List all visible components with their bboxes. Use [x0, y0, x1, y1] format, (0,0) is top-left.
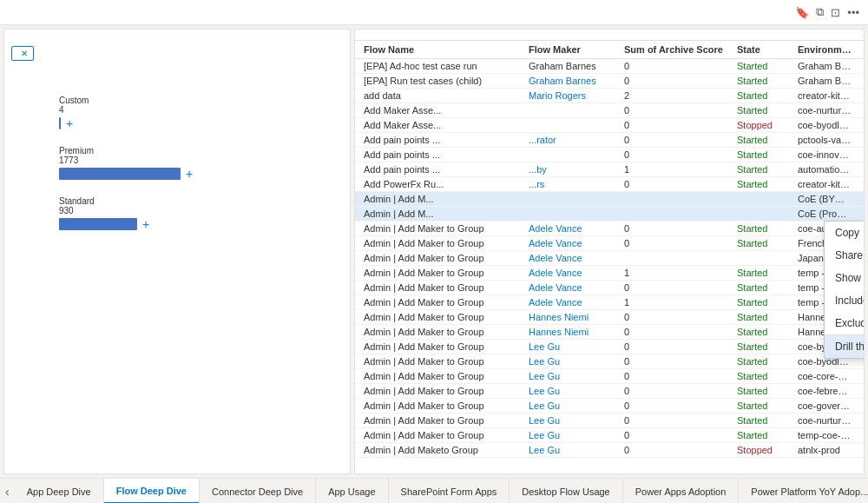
bar-plus-icon[interactable]: +: [66, 116, 73, 130]
table-row[interactable]: Add Maker Asse... 0 Started coe-nurture-…: [355, 103, 864, 118]
table-row[interactable]: Admin | Add Maker to Group Lee Gu 0 Star…: [355, 354, 864, 369]
table-header-cell[interactable]: Environment Name: [798, 44, 855, 55]
cell-maker[interactable]: Mario Rogers: [529, 90, 624, 101]
table-row[interactable]: Admin | Add Maker to Group Hannes Niemi …: [355, 310, 864, 325]
cell-maker[interactable]: ...rator: [529, 135, 624, 145]
table-row[interactable]: Admin | Add Maker to Group Lee Gu 0 Star…: [355, 369, 864, 384]
cell-maker[interactable]: Hannes Niemi: [529, 312, 624, 322]
context-menu-item[interactable]: Include: [825, 289, 865, 312]
table-row[interactable]: [EPA] Run test cases (child) Graham Barn…: [355, 74, 864, 89]
table-row[interactable]: Add pain points ... 0 Started coe-innova…: [355, 148, 864, 162]
tab-prev-arrow[interactable]: ‹: [0, 479, 15, 503]
cell-flow-name: Admin | Add Maker to Group: [364, 356, 529, 367]
table-row[interactable]: Admin | Add M... CoE (Prod Install): [355, 207, 864, 222]
context-menu-item[interactable]: Copy▶: [825, 222, 865, 244]
cell-maker[interactable]: Adele Vance: [529, 268, 624, 278]
tab-app-usage[interactable]: App Usage: [316, 479, 388, 503]
cell-maker[interactable]: Lee Gu: [529, 430, 624, 440]
cell-score: 0: [624, 371, 737, 381]
cell-env: pctools-validation: [798, 135, 855, 145]
cell-maker[interactable]: Lee Gu: [529, 356, 624, 367]
table-row[interactable]: Admin | Add Maker to Group Adele Vance 1…: [355, 266, 864, 281]
table-row[interactable]: Admin | Add Maker to Group Hannes Niemi …: [355, 325, 864, 340]
cell-score: 0: [624, 61, 737, 71]
bookmark-icon[interactable]: 🔖: [795, 6, 809, 19]
main-area: ✕ Custom4 + Premium1773 + Standard930 +: [0, 25, 868, 478]
cell-maker[interactable]: Hannes Niemi: [529, 327, 624, 337]
cell-maker[interactable]: ...by: [529, 164, 624, 175]
right-panel-title: [355, 30, 864, 41]
table-header-cell[interactable]: Sum of Archive Score: [624, 44, 737, 55]
expand-icon[interactable]: ⊡: [831, 6, 840, 19]
cell-flow-name: [EPA] Run test cases (child): [364, 76, 529, 86]
table-row[interactable]: Admin | Add Maker to Group Lee Gu 0 Star…: [355, 384, 864, 399]
cell-maker[interactable]: Graham Barnes: [529, 61, 624, 71]
bar-fill: [59, 218, 137, 230]
cell-maker[interactable]: Lee Gu: [529, 415, 624, 426]
cell-maker[interactable]: Lee Gu: [529, 400, 624, 411]
bar-label: Custom4: [59, 96, 343, 115]
cell-env: Graham Barnes's Environment: [798, 76, 855, 86]
cell-maker[interactable]: Adele Vance: [529, 223, 624, 234]
context-menu-item[interactable]: Exclude: [825, 312, 865, 334]
cell-state: Started: [737, 135, 798, 145]
cell-maker[interactable]: Graham Barnes: [529, 76, 624, 86]
tab-power-apps-adoption[interactable]: Power Apps Adoption: [623, 479, 740, 503]
cell-state: Started: [737, 356, 798, 367]
cell-maker[interactable]: Lee Gu: [529, 445, 624, 455]
cell-maker[interactable]: ...rs: [529, 179, 624, 189]
table-row[interactable]: Admin | Add Maketo Group Lee Gu 0 Stoppe…: [355, 443, 864, 458]
cell-maker[interactable]: Lee Gu: [529, 386, 624, 396]
cell-env: creator-kit-dev: [798, 90, 855, 101]
cell-maker[interactable]: Adele Vance: [529, 297, 624, 308]
bar-plus-icon[interactable]: +: [142, 217, 149, 231]
more-icon[interactable]: •••: [847, 6, 859, 19]
table-row[interactable]: Add Maker Asse... 0 Stopped coe-byodl-co…: [355, 118, 864, 133]
table-row[interactable]: Add pain points ... ...rator 0 Started p…: [355, 133, 864, 148]
table-row[interactable]: Admin | Add Maker to Group Lee Gu 0 Star…: [355, 414, 864, 428]
tab-desktop-flow-usage[interactable]: Desktop Flow Usage: [510, 479, 623, 503]
table-header-cell[interactable]: Flow Maker: [529, 44, 624, 55]
bar-fill: [59, 117, 61, 129]
copy-icon[interactable]: ⧉: [816, 5, 824, 19]
table-row[interactable]: Admin | Add Maker to Group Adele Vance 0…: [355, 281, 864, 295]
tab-app-deep-dive[interactable]: App Deep Dive: [15, 479, 104, 503]
table-header-cell[interactable]: State: [737, 44, 798, 55]
cell-flow-name: Admin | Add Maker to Group: [364, 400, 529, 411]
cell-score: 0: [624, 238, 737, 248]
table-row[interactable]: Add PowerFx Ru... ...rs 0 Started creato…: [355, 177, 864, 192]
context-menu-item[interactable]: Share▶: [825, 244, 865, 267]
table-body[interactable]: [EPA] Ad-hoc test case run Graham Barnes…: [355, 59, 864, 473]
table-header-cell[interactable]: Flow Name: [364, 44, 529, 55]
cell-maker[interactable]: Lee Gu: [529, 341, 624, 352]
table-row[interactable]: Admin | Add Maker to Group Adele Vance 0…: [355, 236, 864, 251]
table-row[interactable]: Add pain points ... ...by 1 Started auto…: [355, 162, 864, 177]
cell-flow-name: Admin | Add M...: [364, 194, 529, 204]
tab-flow-deep-dive[interactable]: Flow Deep Dive: [104, 479, 200, 503]
bar-plus-icon[interactable]: +: [186, 167, 193, 181]
table-row[interactable]: Admin | Add Maker to Group Lee Gu 0 Star…: [355, 428, 864, 443]
table-row[interactable]: [EPA] Ad-hoc test case run Graham Barnes…: [355, 59, 864, 74]
cell-flow-name: Add pain points ...: [364, 149, 529, 160]
context-menu-item[interactable]: Show as a table: [825, 267, 865, 289]
table-row[interactable]: Admin | Add M... CoE (BYODL Prod Install…: [355, 192, 864, 207]
cell-state: Started: [737, 430, 798, 440]
table-row[interactable]: add data Mario Rogers 2 Started creator-…: [355, 89, 864, 103]
tab-connector-deep-dive[interactable]: Connector Deep Dive: [200, 479, 316, 503]
cell-maker[interactable]: Adele Vance: [529, 253, 624, 263]
cell-score: 0: [624, 149, 737, 160]
table-row[interactable]: Admin | Add Maker to Group Lee Gu 0 Star…: [355, 340, 864, 354]
table-row[interactable]: Admin | Add Maker to Group Lee Gu 0 Star…: [355, 399, 864, 414]
cell-maker[interactable]: Adele Vance: [529, 238, 624, 248]
tab-sharepoint-form-apps[interactable]: SharePoint Form Apps: [389, 479, 510, 503]
cell-maker[interactable]: Adele Vance: [529, 282, 624, 293]
cell-state: Started: [737, 400, 798, 411]
filter-chip-close[interactable]: ✕: [21, 49, 28, 58]
table-row[interactable]: Admin | Add Maker to Group Adele Vance 0…: [355, 222, 864, 236]
table-row[interactable]: Admin | Add Maker to Group Adele Vance J…: [355, 251, 864, 266]
context-menu-item[interactable]: Drill through▶: [825, 334, 865, 358]
tab-power-platform-yoy-adop...[interactable]: Power Platform YoY Adop...: [739, 479, 868, 503]
cell-maker[interactable]: Lee Gu: [529, 371, 624, 381]
filter-chip[interactable]: ✕: [11, 46, 34, 61]
table-row[interactable]: Admin | Add Maker to Group Adele Vance 1…: [355, 295, 864, 310]
